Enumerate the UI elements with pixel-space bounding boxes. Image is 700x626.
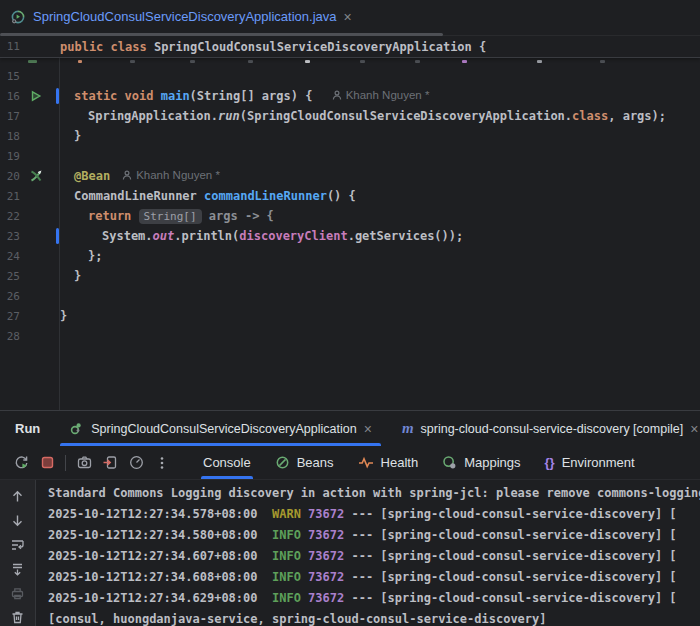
line-number: 19: [0, 150, 20, 163]
code-line[interactable]: 22return String[] args -> {: [0, 206, 700, 226]
sticky-code-line[interactable]: 11 public class SpringCloudConsulService…: [0, 36, 700, 58]
print-icon[interactable]: [7, 585, 29, 601]
spring-bean-icon: [275, 455, 290, 470]
code-text: }: [60, 129, 81, 143]
line-number: 18: [0, 130, 20, 143]
code-text: return String[] args -> {: [60, 209, 274, 223]
code-line[interactable]: 27}: [0, 306, 700, 326]
code-token: (String[] args) {: [190, 89, 320, 103]
run-line-icon[interactable]: [25, 90, 47, 102]
code-line[interactable]: 23System.out.println(discoveryClient.get…: [0, 226, 700, 246]
stop-icon[interactable]: [34, 451, 60, 475]
console-log-line: Standard Commons Logging discovery in ac…: [48, 483, 700, 504]
scroll-down-icon[interactable]: [7, 512, 29, 528]
code-token: , args);: [608, 109, 666, 123]
code-line[interactable]: 24};: [0, 246, 700, 266]
code-line[interactable]: 15: [0, 66, 700, 86]
code-token: };: [88, 249, 102, 263]
run-toolbar: Console Beans Health: [0, 446, 700, 480]
close-icon[interactable]: ×: [364, 422, 372, 436]
line-number: 28: [0, 330, 20, 343]
attach-icon[interactable]: [97, 451, 123, 475]
code-token: 73672: [308, 591, 344, 605]
code-token: 73672: [308, 549, 344, 563]
code-token: 2025-10-12T12:27:34.578+08:00: [48, 507, 258, 521]
code-token: commandLineRunner: [204, 189, 327, 203]
code-text: @BeanKhanh Nguyen *: [60, 169, 220, 183]
rerun-icon[interactable]: [8, 451, 34, 475]
code-token: 73672: [308, 507, 344, 521]
tab-beans[interactable]: Beans: [263, 446, 346, 479]
tab-health[interactable]: Health: [346, 446, 431, 479]
code-editor[interactable]: 11 public class SpringCloudConsulService…: [0, 36, 700, 410]
vcs-change-marker[interactable]: [56, 88, 59, 104]
line-number: 23: [0, 230, 20, 243]
more-options-icon[interactable]: [149, 451, 175, 475]
tab-mappings[interactable]: Mappings: [430, 446, 532, 479]
code-token: args -> {: [202, 209, 274, 223]
scroll-to-end-icon[interactable]: [7, 561, 29, 577]
health-pulse-icon: [358, 455, 374, 470]
code-token: @Bean: [74, 169, 110, 183]
code-token: --- [spring-cloud-consul-service-discove…: [344, 528, 676, 542]
tab-console[interactable]: Console: [191, 446, 263, 479]
code-line[interactable]: 25}: [0, 266, 700, 286]
code-text: }: [60, 269, 81, 283]
code-token: 2025-10-12T12:27:34.629+08:00: [48, 591, 258, 605]
code-line[interactable]: 16static void main(String[] args) { Khan…: [0, 86, 700, 106]
run-tab-application[interactable]: SpringCloudConsulServiceDiscoveryApplica…: [57, 411, 384, 446]
code-line[interactable]: 19: [0, 146, 700, 166]
close-icon[interactable]: ×: [343, 10, 351, 24]
code-token: 73672: [308, 570, 344, 584]
code-token: }: [60, 309, 67, 323]
code-token: out: [153, 229, 175, 243]
spring-bean-gutter-icon[interactable]: [25, 169, 47, 183]
code-token: [consul, huongdanjava-service, spring-cl…: [48, 612, 547, 626]
profiler-icon[interactable]: [123, 451, 149, 475]
line-number: 21: [0, 190, 20, 203]
author-icon: [332, 90, 342, 100]
console-log-line: [consul, huongdanjava-service, spring-cl…: [48, 609, 700, 626]
run-tab-label: SpringCloudConsulServiceDiscoveryApplica…: [91, 422, 356, 436]
console-panel: Standard Commons Logging discovery in ac…: [0, 480, 700, 626]
console-log-line: 2025-10-12T12:27:34.629+08:00 INFO 73672…: [48, 588, 700, 609]
run-tab-maven-compile[interactable]: m spring-cloud-consul-service-discovery …: [390, 411, 700, 446]
tab-environment[interactable]: {} Environment: [533, 446, 647, 479]
editor-tab[interactable]: SpringCloudConsulServiceDiscoveryApplica…: [0, 0, 364, 33]
code-token: .println(: [174, 229, 239, 243]
run-tab-label: spring-cloud-consul-service-discovery [c…: [421, 422, 684, 436]
code-line[interactable]: 17SpringApplication.run(SpringCloudConsu…: [0, 106, 700, 126]
code-line[interactable]: 18}: [0, 126, 700, 146]
code-text: public class SpringCloudConsulServiceDis…: [60, 40, 486, 54]
code-line[interactable]: 28: [0, 326, 700, 346]
line-number: 26: [0, 290, 20, 303]
code-token: 2025-10-12T12:27:34.608+08:00: [48, 570, 258, 584]
code-token: main: [161, 89, 190, 103]
code-token: }: [74, 129, 81, 143]
code-line[interactable]: 21CommandLineRunner commandLineRunner() …: [0, 186, 700, 206]
code-token: --- [spring-cloud-consul-service-discove…: [344, 570, 676, 584]
clear-icon[interactable]: [7, 610, 29, 626]
console-output[interactable]: Standard Commons Logging discovery in ac…: [36, 480, 700, 626]
code-token: public class: [60, 40, 154, 54]
code-token: 2025-10-12T12:27:34.607+08:00: [48, 549, 258, 563]
editor-tab-title: SpringCloudConsulServiceDiscoveryApplica…: [33, 9, 336, 24]
soft-wrap-icon[interactable]: [7, 537, 29, 553]
scroll-up-icon[interactable]: [7, 488, 29, 504]
code-token: }: [74, 269, 81, 283]
vcs-change-marker[interactable]: [56, 228, 59, 244]
code-token: 73672: [308, 528, 344, 542]
tab-label: Environment: [562, 455, 635, 470]
author-annotation: Khanh Nguyen *: [122, 169, 220, 181]
author-icon: [122, 170, 132, 180]
console-tab-strip: Console Beans Health: [191, 446, 647, 479]
screenshot-icon[interactable]: [71, 451, 97, 475]
console-log-line: 2025-10-12T12:27:34.608+08:00 INFO 73672…: [48, 567, 700, 588]
code-token: --- [spring-cloud-consul-service-discove…: [344, 591, 676, 605]
mappings-icon: [442, 455, 457, 470]
code-token: SpringCloudConsulServiceDiscoveryApplica…: [154, 40, 486, 54]
code-line[interactable]: 26: [0, 286, 700, 306]
line-number: 16: [0, 90, 20, 103]
code-line[interactable]: 20@BeanKhanh Nguyen *: [0, 166, 700, 186]
close-icon[interactable]: ×: [690, 422, 698, 436]
